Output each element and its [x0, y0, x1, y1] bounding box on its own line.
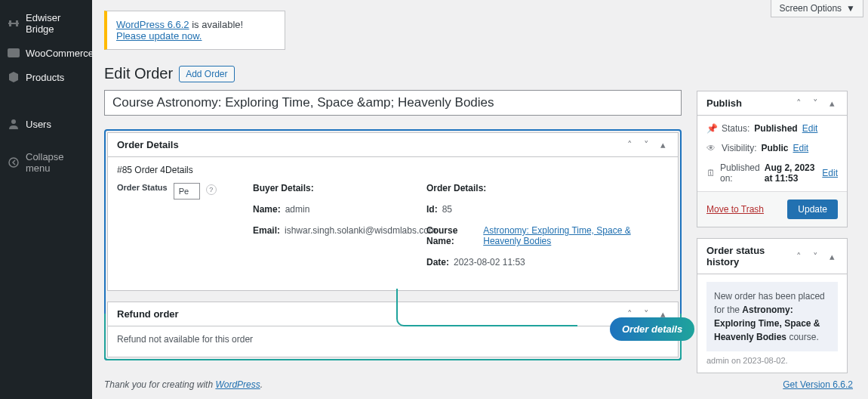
history-title: Order status history	[706, 245, 793, 268]
sidebar-item-woocommerce[interactable]: WooCommerce	[0, 41, 92, 65]
notice-text: is available!	[189, 19, 244, 30]
edit-visibility-link[interactable]: Edit	[793, 143, 808, 153]
order-id: 85	[442, 204, 452, 215]
eye-icon: 👁	[706, 143, 717, 153]
published-label: Published on:	[720, 162, 760, 184]
name-label: Name:	[253, 204, 281, 215]
status-label: Status:	[722, 123, 749, 134]
caret-up-icon[interactable]: ▴	[826, 251, 838, 262]
caret-up-icon[interactable]: ▴	[657, 139, 669, 150]
sidebar-item-collapse[interactable]: Collapse menu	[0, 145, 92, 180]
order-status-select[interactable]: Pe	[174, 183, 200, 200]
move-to-trash-link[interactable]: Move to Trash	[706, 204, 764, 215]
callout-connector	[396, 289, 577, 326]
edit-status-link[interactable]: Edit	[802, 123, 818, 134]
sidebar-label: Products	[26, 72, 64, 83]
wordpress-version-link[interactable]: WordPress 6.6.2	[116, 19, 189, 30]
sidebar-label: Users	[26, 119, 51, 130]
status-value: Published	[754, 123, 797, 134]
sidebar-item-products[interactable]: Products	[0, 65, 92, 89]
order-heading: Order Details:	[426, 183, 669, 193]
footer-text: Thank you for creating with	[104, 379, 215, 390]
caret-down-icon: ▼	[846, 3, 855, 14]
edit-published-link[interactable]: Edit	[822, 168, 838, 178]
email-label: Email:	[253, 225, 280, 236]
users-icon	[8, 118, 20, 130]
history-header: Order status history ˄ ˅ ▴	[697, 239, 847, 274]
buyer-name: admin	[285, 204, 310, 215]
screen-options-label: Screen Options	[779, 3, 842, 14]
caret-up-icon[interactable]: ▴	[826, 97, 838, 109]
wordpress-link[interactable]: WordPress	[215, 379, 260, 390]
publish-box: Publish ˄ ˅ ▴ 📌 Status: Published Edit	[697, 91, 848, 227]
buyer-email: ishwar.singh.solanki@wisdmlabs.com	[285, 225, 436, 236]
chevron-down-icon[interactable]: ˅	[809, 97, 821, 109]
screen-options-tab[interactable]: Screen Options ▼	[771, 0, 863, 17]
highlight-region: Order Details ˄ ˅ ▴ #85 Order 4Details O…	[104, 129, 682, 360]
add-order-button[interactable]: Add Order	[179, 66, 234, 82]
order-status-label: Order Status	[117, 183, 168, 193]
visibility-value: Public	[761, 143, 788, 153]
course-label: Course Name:	[426, 225, 479, 246]
refund-title: Refund order	[117, 308, 179, 320]
get-version-link[interactable]: Get Version 6.6.2	[783, 379, 853, 390]
svg-rect-3	[8, 48, 20, 57]
buyer-heading: Buyer Details:	[253, 183, 404, 193]
refund-header: Refund order ˄ ˅ ▴	[108, 302, 678, 326]
page-title: Edit Order	[104, 65, 173, 82]
sidebar-label: Edwiser Bridge	[26, 12, 85, 35]
chevron-down-icon[interactable]: ˅	[809, 251, 821, 262]
chevron-up-icon[interactable]: ˄	[793, 251, 805, 262]
update-notice: WordPress 6.6.2 is available! Please upd…	[104, 11, 285, 50]
main-content: Screen Options ▼ WordPress 6.6.2 is avai…	[92, 0, 868, 399]
update-button[interactable]: Update	[787, 200, 838, 219]
svg-rect-2	[16, 20, 18, 26]
chevron-down-icon[interactable]: ˅	[640, 139, 652, 150]
order-details-header: Order Details ˄ ˅ ▴	[108, 133, 678, 157]
chevron-up-icon[interactable]: ˄	[623, 139, 636, 150]
refund-text: Refund not available for this order	[117, 334, 669, 345]
admin-sidebar: Edwiser Bridge WooCommerce Products User…	[0, 0, 92, 399]
sidebar-item-users[interactable]: Users	[0, 112, 92, 136]
svg-rect-1	[9, 20, 11, 26]
update-now-link[interactable]: Please update now.	[116, 30, 202, 42]
id-label: Id:	[426, 204, 438, 215]
sidebar-item-edwiser-bridge[interactable]: Edwiser Bridge	[0, 6, 92, 41]
products-icon	[8, 71, 20, 83]
sidebar-label: Collapse menu	[26, 151, 85, 174]
history-note: New order has been placed for the Astron…	[706, 282, 838, 351]
chevron-up-icon[interactable]: ˄	[793, 97, 805, 109]
published-value: Aug 2, 2023 at 11:53	[765, 162, 818, 184]
svg-point-4	[11, 119, 16, 124]
publish-header: Publish ˄ ˅ ▴	[697, 91, 847, 116]
pin-icon: 📌	[706, 123, 717, 134]
visibility-label: Visibility:	[722, 143, 756, 153]
order-date: 2023-08-02 11:53	[454, 257, 525, 268]
date-label: Date:	[426, 257, 449, 268]
sidebar-label: WooCommerce	[26, 48, 94, 59]
history-meta: admin on 2023-08-02.	[706, 356, 838, 365]
refund-order-box: Refund order ˄ ˅ ▴ Refund not available …	[107, 302, 679, 357]
note-suffix: course.	[786, 332, 819, 342]
collapse-icon	[8, 156, 20, 169]
order-status-history-box: Order status history ˄ ˅ ▴ New order has…	[697, 238, 848, 373]
help-icon[interactable]: ?	[206, 184, 217, 195]
calendar-icon: 🗓	[706, 168, 716, 178]
order-details-title: Order Details	[117, 139, 179, 150]
woo-icon	[8, 47, 20, 59]
publish-title: Publish	[706, 97, 742, 109]
admin-footer: Thank you for creating with WordPress. G…	[92, 370, 868, 399]
course-link[interactable]: Astronomy: Exploring Time, Space & Heave…	[483, 225, 630, 246]
bridge-icon	[8, 17, 20, 29]
order-subtitle: #85 Order 4Details	[117, 165, 669, 175]
callout-label: Order details	[610, 317, 694, 341]
order-title-input[interactable]	[104, 90, 682, 116]
order-details-box: Order Details ˄ ˅ ▴ #85 Order 4Details O…	[107, 132, 679, 291]
